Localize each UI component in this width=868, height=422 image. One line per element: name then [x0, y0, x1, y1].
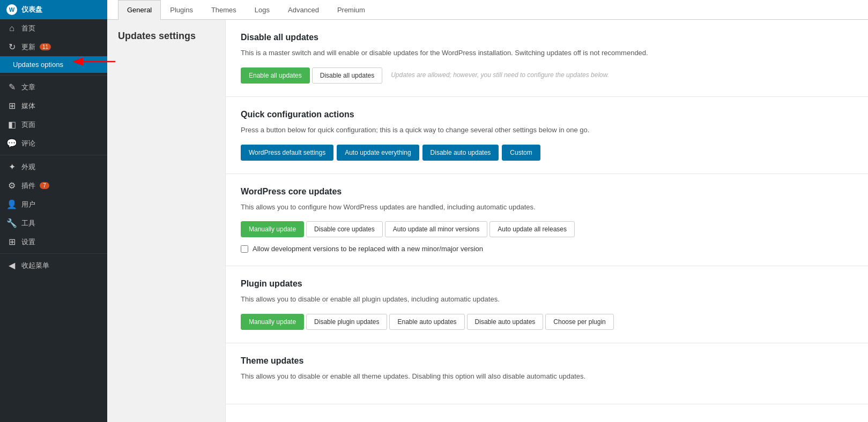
- section-disable-all: Disable all updates This is a master swi…: [226, 20, 868, 97]
- dev-versions-label: Allow development versions to be replace…: [253, 245, 483, 253]
- quick-config-btns: WordPress default settings Auto update e…: [241, 145, 853, 161]
- theme-updates-title: Theme updates: [241, 356, 853, 366]
- settings-panel: Disable all updates This is a master swi…: [225, 20, 868, 422]
- disable-plugin-updates-button[interactable]: Disable plugin updates: [306, 314, 387, 330]
- sidebar-item-updates[interactable]: ↻ 更新 11: [0, 37, 107, 56]
- disable-plugin-auto-updates-button[interactable]: Disable auto updates: [467, 314, 544, 330]
- wp-default-settings-button[interactable]: WordPress default settings: [241, 145, 333, 161]
- sidebar-item-settings[interactable]: ⊞ 设置: [0, 232, 107, 251]
- plugins-badge: 7: [40, 182, 49, 189]
- sidebar-item-label: 收起菜单: [21, 261, 49, 270]
- sidebar-item-label: 设置: [21, 237, 35, 247]
- sidebar-item-label: 文章: [21, 82, 35, 92]
- sidebar-item-media[interactable]: ⊞ 媒体: [0, 96, 107, 115]
- sidebar-item-label: 页面: [21, 120, 35, 130]
- dev-versions-row: Allow development versions to be replace…: [241, 245, 853, 253]
- home-icon: ⌂: [6, 24, 17, 33]
- main-area: General Plugins Themes Logs Advanced Pre…: [107, 0, 868, 422]
- disable-all-btns: Enable all updates Disable all updates U…: [241, 67, 853, 84]
- appearance-icon: ✦: [6, 162, 17, 172]
- refresh-icon: ↻: [6, 42, 17, 52]
- tools-icon: 🔧: [6, 218, 17, 228]
- sidebar: W 仪表盘 ⌂ 首页 ↻ 更新 11 Updates options ◀ ✎ 文…: [0, 0, 107, 422]
- core-updates-desc: This allows you to configure how WordPre…: [241, 202, 853, 213]
- sidebar-item-label: 媒体: [21, 101, 35, 111]
- disable-all-desc: This is a master switch and will enable …: [241, 48, 853, 59]
- sidebar-item-users[interactable]: 👤 用户: [0, 195, 107, 214]
- tabs-bar: General Plugins Themes Logs Advanced Pre…: [107, 0, 868, 20]
- sidebar-item-dashboard[interactable]: ⌂ 首页: [0, 19, 107, 37]
- dev-versions-checkbox[interactable]: [241, 245, 248, 253]
- sidebar-item-collapse[interactable]: ◀ 收起菜单: [0, 256, 107, 275]
- content-area: Updates settings Disable all updates Thi…: [107, 20, 868, 422]
- settings-icon: ⊞: [6, 237, 17, 247]
- sidebar-item-label: 插件: [21, 181, 35, 191]
- quick-config-title: Quick configuration actions: [241, 110, 853, 119]
- core-updates-title: WordPress core updates: [241, 187, 853, 197]
- auto-update-minor-button[interactable]: Auto update all minor versions: [385, 221, 487, 237]
- sidebar-item-plugins[interactable]: ⚙ 插件 7: [0, 176, 107, 195]
- sidebar-nav: ⌂ 首页 ↻ 更新 11 Updates options ◀ ✎ 文章 ⊞ 媒体…: [0, 19, 107, 422]
- plugin-manually-update-button[interactable]: Manually update: [241, 314, 304, 330]
- sidebar-item-pages[interactable]: ◧ 页面: [0, 115, 107, 134]
- sidebar-item-articles[interactable]: ✎ 文章: [0, 78, 107, 96]
- choose-per-plugin-button[interactable]: Choose per plugin: [545, 314, 613, 330]
- quick-config-desc: Press a button below for quick configura…: [241, 125, 853, 136]
- sidebar-item-updates-options[interactable]: Updates options ◀: [0, 56, 107, 73]
- sidebar-item-label: 用户: [21, 200, 35, 209]
- theme-updates-desc: This allows you to disable or enable all…: [241, 371, 853, 382]
- comments-icon: 💬: [6, 138, 17, 148]
- custom-button[interactable]: Custom: [502, 145, 540, 161]
- enable-plugin-auto-updates-button[interactable]: Enable auto updates: [389, 314, 464, 330]
- core-manually-update-button[interactable]: Manually update: [241, 221, 304, 237]
- sidebar-divider-2: [0, 155, 107, 155]
- sidebar-divider: [0, 75, 107, 76]
- auto-update-releases-button[interactable]: Auto update all releases: [489, 221, 575, 237]
- section-plugin-updates: Plugin updates This allows you to disabl…: [226, 266, 868, 343]
- pages-icon: ◧: [6, 119, 17, 130]
- plugin-updates-btns: Manually update Disable plugin updates E…: [241, 314, 853, 330]
- sidebar-item-label: 工具: [21, 218, 35, 228]
- media-icon: ⊞: [6, 101, 17, 111]
- plugin-updates-title: Plugin updates: [241, 279, 853, 289]
- section-quick-config: Quick configuration actions Press a butt…: [226, 97, 868, 174]
- core-updates-btns: Manually update Disable core updates Aut…: [241, 221, 853, 237]
- updates-hint-text: Updates are allowed; however, you still …: [384, 67, 609, 84]
- sidebar-header[interactable]: W 仪表盘: [0, 0, 107, 19]
- auto-update-everything-button[interactable]: Auto update everything: [337, 145, 419, 161]
- tab-general[interactable]: General: [118, 0, 161, 20]
- tab-plugins[interactable]: Plugins: [161, 0, 202, 19]
- users-icon: 👤: [6, 199, 17, 209]
- disable-all-title: Disable all updates: [241, 33, 853, 42]
- sidebar-divider-3: [0, 253, 107, 254]
- sidebar-item-label: Updates options: [13, 61, 63, 69]
- disable-auto-updates-button[interactable]: Disable auto updates: [422, 145, 499, 161]
- tab-themes[interactable]: Themes: [202, 0, 246, 19]
- sidebar-title: 仪表盘: [21, 5, 42, 14]
- tab-advanced[interactable]: Advanced: [279, 0, 328, 19]
- wp-logo-icon: W: [6, 4, 17, 15]
- plugin-updates-desc: This allows you to disable or enable all…: [241, 294, 853, 305]
- sidebar-item-appearance[interactable]: ✦ 外观: [0, 157, 107, 176]
- tab-premium[interactable]: Premium: [328, 0, 374, 19]
- sidebar-item-label: 评论: [21, 139, 35, 148]
- collapse-icon: ◀: [6, 260, 17, 270]
- sidebar-item-label: 外观: [21, 162, 35, 172]
- tab-logs[interactable]: Logs: [246, 0, 279, 19]
- section-core-updates: WordPress core updates This allows you t…: [226, 174, 868, 267]
- sidebar-item-label: 更新: [21, 42, 35, 52]
- sidebar-item-tools[interactable]: 🔧 工具: [0, 214, 107, 232]
- updates-badge: 11: [40, 43, 51, 50]
- section-theme-updates: Theme updates This allows you to disable…: [226, 343, 868, 404]
- settings-sidebar: Updates settings: [107, 20, 225, 422]
- disable-all-updates-button[interactable]: Disable all updates: [312, 67, 382, 84]
- sidebar-item-label: 首页: [21, 24, 35, 33]
- enable-all-updates-button[interactable]: Enable all updates: [241, 67, 310, 84]
- disable-core-updates-button[interactable]: Disable core updates: [306, 221, 383, 237]
- plugins-icon: ⚙: [6, 180, 17, 191]
- settings-sidebar-title: Updates settings: [118, 31, 214, 42]
- sidebar-item-comments[interactable]: 💬 评论: [0, 134, 107, 153]
- edit-icon: ✎: [6, 82, 17, 92]
